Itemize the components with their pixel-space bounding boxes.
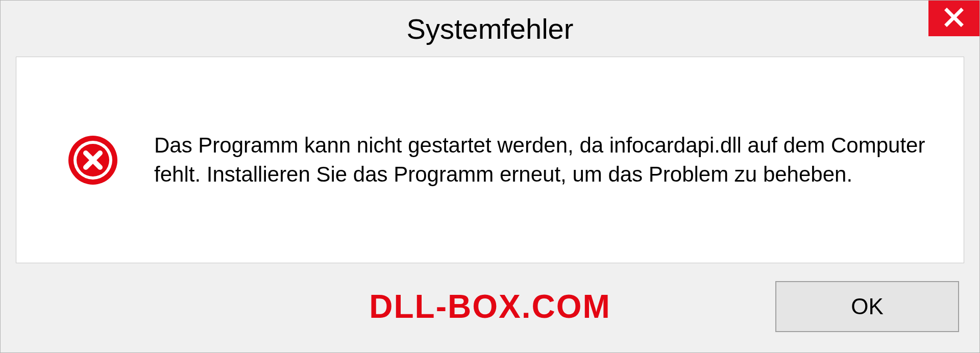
close-button[interactable] xyxy=(928,1,979,36)
error-icon xyxy=(67,135,118,186)
error-message: Das Programm kann nicht gestartet werden… xyxy=(154,131,933,189)
content-panel: Das Programm kann nicht gestartet werden… xyxy=(16,57,964,263)
ok-button[interactable]: OK xyxy=(775,281,959,332)
error-dialog: Systemfehler Das Programm kann nicht ges… xyxy=(0,0,980,353)
dialog-title: Systemfehler xyxy=(407,12,574,45)
titlebar: Systemfehler xyxy=(1,1,979,57)
ok-button-label: OK xyxy=(851,294,884,319)
close-icon xyxy=(944,7,964,30)
watermark-text: DLL-BOX.COM xyxy=(369,288,611,325)
dialog-footer: DLL-BOX.COM OK xyxy=(1,271,979,352)
